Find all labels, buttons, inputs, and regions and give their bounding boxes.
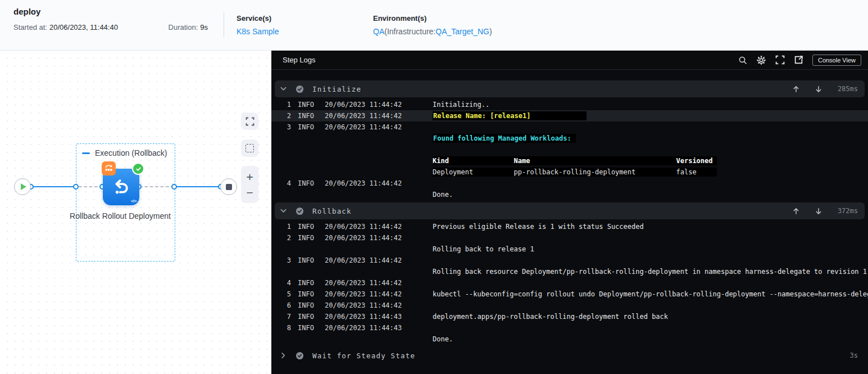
log-message [433,255,868,266]
fullscreen-icon[interactable] [775,55,785,65]
log-toolbar-tools: Console View [738,55,861,66]
log-timestamp: 20/06/2023 11:44:42 [325,232,424,244]
log-line-number [279,189,291,200]
execution-meta: Started at:20/06/2023, 11:44:40 Duration… [13,23,224,31]
log-row: Rolling back to release 1 [271,244,868,255]
environment-link[interactable]: QA [373,27,384,36]
log-toolbar: Step Logs [271,51,868,70]
log-timestamp [325,189,424,200]
log-level: INFO [298,232,318,244]
pipeline-canvas[interactable]: Execution (Rollback) [0,51,271,374]
search-icon[interactable] [738,56,747,65]
log-timestamp: 20/06/2023 11:44:42 [325,121,424,133]
log-body: Initialize 285ms 1INFO20/06/2023 11:44:4… [271,70,868,374]
log-message: Found following Managed Workloads: [433,133,868,144]
log-level: INFO [298,289,318,300]
end-node [220,178,237,195]
log-timestamp: 20/06/2023 11:44:42 [325,99,424,110]
log-timestamp [325,144,424,155]
log-row: 5INFO20/06/2023 11:44:42kubectl --kubeco… [271,289,868,300]
zoom-in-button[interactable]: + [246,171,253,182]
log-timestamp: 20/06/2023 11:44:42 [325,300,424,311]
log-timestamp: 20/06/2023 11:44:42 [325,178,424,189]
scroll-to-bottom-icon[interactable] [815,85,822,93]
log-timestamp: 20/06/2023 11:44:43 [325,322,424,334]
log-level [298,133,318,144]
log-timestamp [325,166,424,178]
log-line-number: 3 [279,255,291,266]
services-label: Service(s) [237,14,361,22]
log-timestamp: 20/06/2023 11:44:42 [325,110,424,121]
canvas-select-button[interactable] [241,139,258,157]
log-timestamp: 20/06/2023 11:44:42 [325,221,424,232]
log-line-number [279,133,291,144]
log-row: 1INFO20/06/2023 11:44:42Previous eligibl… [271,221,868,232]
execution-page: deploy Started at:20/06/2023, 11:44:40 D… [0,0,868,374]
log-row: 2INFO20/06/2023 11:44:42 [271,232,868,244]
log-line-number: 4 [279,277,291,289]
log-timestamp [325,244,424,255]
console-view-button[interactable]: Console View [812,55,861,66]
log-row: Kind Name Versioned [271,155,868,166]
log-message: deployment.apps/pp-rollback-rolling-depl… [433,311,868,322]
gear-icon[interactable] [756,55,766,65]
log-level: INFO [298,110,318,121]
section-duration: 3s [831,352,858,359]
section-rows: 1INFO20/06/2023 11:44:42Initializing.. 2… [271,99,868,200]
section-name: Initialize [312,85,361,93]
rollout-deployment-badge-icon [102,161,116,175]
port-group-left [73,184,79,190]
log-level: INFO [298,255,318,266]
chevron-icon [280,353,287,358]
log-section-header[interactable]: Initialize 285ms [275,80,865,97]
log-section-header[interactable]: Rollback 372ms [275,202,865,219]
log-message [433,300,868,311]
log-row: Rolling back resource Deployment/pp-roll… [271,266,868,277]
log-timestamp [325,334,424,345]
zoom-out-button[interactable]: − [246,187,253,198]
open-in-new-icon[interactable] [794,55,803,65]
log-message [433,144,868,155]
section-name: Wait for Steady State [312,352,415,360]
log-message: Rolling back resource Deployment/pp-roll… [433,266,868,277]
log-line-number: 3 [279,121,291,133]
log-message: Kind Name Versioned [433,155,868,166]
log-line-number [279,244,291,255]
log-message: kubectl --kubeconfig=config rollout undo… [433,289,868,300]
log-message [433,232,868,244]
log-row: 6INFO20/06/2023 11:44:42 [271,300,868,311]
log-level: INFO [298,121,318,133]
log-message [433,322,868,334]
step-node-rollback-rollout[interactable]: </> [103,169,139,205]
log-message: Done. [433,189,868,200]
execution-group-label[interactable]: Execution (Rollback) [82,148,175,157]
log-message: Deployment pp-rollback-rolling-deploymen… [433,166,868,178]
scroll-to-top-icon[interactable] [793,208,799,215]
log-line-number: 1 [279,221,291,232]
log-level [298,244,318,255]
log-level [298,155,318,166]
log-line-number [279,155,291,166]
log-line-number: 4 [279,178,291,189]
scroll-to-top-icon[interactable] [793,85,799,93]
log-message: Release Name: [release1] [433,110,868,121]
chevron-icon [280,209,287,213]
environment-line: QA(Infrastructure:QA_Target_NG) [373,27,492,36]
service-link[interactable]: K8s Sample [237,27,361,36]
canvas-fullscreen-button[interactable] [241,112,258,130]
infrastructure-link[interactable]: QA_Target_NG [435,27,489,36]
log-message: Rolling back to release 1 [433,244,868,255]
rollback-undo-icon [111,177,132,198]
log-line-number: 7 [279,311,291,322]
check-circle-icon [296,85,304,93]
scroll-to-bottom-icon[interactable] [815,208,822,215]
log-section-header[interactable]: Wait for Steady State 3s [275,347,865,364]
log-level: INFO [298,221,318,232]
log-row: 3INFO20/06/2023 11:44:42 [271,121,868,133]
log-message: Initializing.. [433,99,868,110]
log-row: 4INFO20/06/2023 11:44:42 [271,277,868,289]
stop-icon [226,184,232,190]
edge-step-to-group [139,186,174,187]
log-row: Done. [271,334,868,345]
log-message: Previous eligible Release is 1 with stat… [433,221,868,232]
